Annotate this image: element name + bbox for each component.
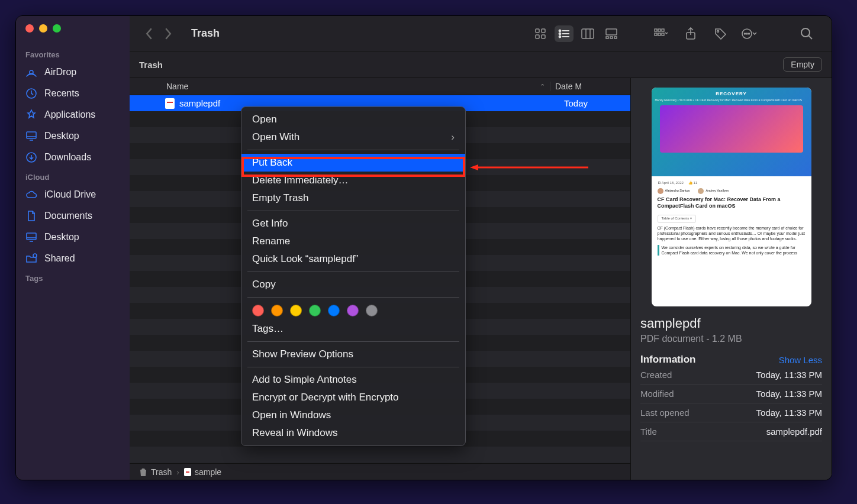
list-view-button[interactable] [555,25,574,42]
menu-item-get-info[interactable]: Get Info [241,215,465,232]
path-crumb-trash[interactable]: Trash [139,467,172,477]
sidebar-item-desktop[interactable]: Desktop [16,227,130,248]
preview-pane: RECOVERY Handy Recovery • SD Cards • CF … [630,78,832,480]
menu-item-label: Delete Immediately… [252,175,349,186]
forward-button[interactable] [162,25,175,42]
sidebar-item-shared[interactable]: Shared [16,248,130,269]
show-less-link[interactable]: Show Less [779,355,822,365]
info-value: Today, 11:33 PM [756,370,822,380]
document-icon [25,210,37,222]
info-row: CreatedToday, 11:33 PM [640,366,822,385]
info-row: ModifiedToday, 11:33 PM [640,385,822,403]
svg-rect-6 [27,233,36,240]
tag-color-dot[interactable] [290,305,302,316]
info-row: Titlesamplepdf.pdf [640,422,822,441]
sidebar-item-icloud-drive[interactable]: iCloud Drive [16,184,130,205]
path-crumb-file[interactable]: sample [184,467,221,477]
col-name[interactable]: Name [139,82,535,91]
more-actions-button[interactable] [740,25,759,42]
menu-item-label: Copy [252,279,276,290]
sidebar-item-label: Applications [44,109,95,120]
preview-thumbnail: RECOVERY Handy Recovery • SD Cards • CF … [652,88,811,306]
menu-item-label: Open [252,114,277,125]
svg-point-39 [801,28,810,37]
minimize-window-button[interactable] [39,24,47,33]
column-view-button[interactable] [578,25,597,42]
svg-rect-2 [27,132,36,138]
tag-color-dot[interactable] [328,305,340,316]
sidebar-item-documents[interactable]: Documents [16,205,130,227]
sidebar-item-label: iCloud Drive [44,189,96,200]
sidebar-item-label: Documents [44,211,92,221]
column-headers: Name ⌃ Date M [130,78,630,95]
group-by-button[interactable] [652,25,671,42]
menu-separator [247,272,459,272]
menu-item-empty-trash[interactable]: Empty Trash [241,189,465,207]
svg-rect-12 [536,35,539,38]
menu-item-reveal-in-windows[interactable]: Reveal in Windows [241,424,465,442]
empty-trash-button[interactable]: Empty [783,57,822,72]
svg-point-37 [746,33,748,34]
menu-item-label: Put Back [252,157,292,169]
menu-item-quick-look-samplepdf[interactable]: Quick Look “samplepdf” [241,250,465,268]
sidebar-section-label: Tags [16,272,130,285]
sidebar-item-label: Recents [44,88,79,99]
menu-item-label: Open in Windows [252,409,331,421]
col-date[interactable]: Date M [550,82,621,91]
tag-color-dot[interactable] [252,305,264,316]
menu-item-encrypt-or-decrypt-with-encrypto[interactable]: Encrypt or Decrypt with Encrypto [241,389,465,406]
tag-color-dot[interactable] [271,305,283,316]
menu-item-open-in-windows[interactable]: Open in Windows [241,406,465,424]
menu-separator [247,367,459,367]
info-key: Modified [640,389,674,399]
menu-item-label: Quick Look “samplepdf” [252,253,359,265]
file-name: samplepdf [179,98,220,108]
tag-color-dot[interactable] [366,305,378,316]
svg-point-18 [559,35,561,37]
sidebar-item-applications[interactable]: Applications [16,104,130,125]
share-button[interactable] [681,25,700,42]
svg-rect-23 [606,29,617,35]
tag-color-dot[interactable] [309,305,321,316]
menu-item-label: Encrypt or Decrypt with Encrypto [252,392,399,403]
svg-rect-13 [542,35,545,38]
menu-item-open-with[interactable]: Open With› [241,128,465,146]
sort-caret-icon[interactable]: ⌃ [535,83,550,91]
menu-item-put-back[interactable]: Put Back [241,154,465,172]
icon-view-button[interactable] [531,25,550,42]
search-button[interactable] [797,25,816,42]
info-value: Today, 11:33 PM [756,408,822,418]
file-icon [165,98,175,109]
close-window-button[interactable] [25,24,34,33]
menu-separator [247,150,459,150]
tag-color-dot[interactable] [347,305,359,316]
sidebar-item-desktop[interactable]: Desktop [16,125,130,147]
airdrop-icon [25,66,37,78]
info-key: Last opened [640,408,690,418]
svg-point-38 [749,33,750,34]
menu-item-tags[interactable]: Tags… [241,320,465,338]
menu-item-open[interactable]: Open [241,111,465,128]
back-button[interactable] [143,25,156,42]
info-value: Today, 11:33 PM [756,389,822,399]
menu-item-delete-immediately[interactable]: Delete Immediately… [241,172,465,189]
area-title: Trash [139,60,163,70]
sidebar-item-airdrop[interactable]: AirDrop [16,62,130,83]
gallery-view-button[interactable] [602,25,621,42]
file-date: Today [559,98,630,108]
sidebar-item-downloads[interactable]: Downloads [16,147,130,168]
svg-point-16 [559,33,561,34]
menu-item-show-preview-options[interactable]: Show Preview Options [241,345,465,363]
zoom-window-button[interactable] [53,24,61,33]
tags-button[interactable] [711,25,730,42]
sidebar-item-recents[interactable]: Recents [16,83,130,104]
menu-item-copy[interactable]: Copy [241,276,465,293]
svg-rect-24 [606,37,608,38]
menu-item-rename[interactable]: Rename [241,232,465,250]
menu-item-add-to-simple-antnotes[interactable]: Add to Simple Antnotes [241,371,465,389]
info-key: Created [640,370,672,380]
location-title: Trash [191,27,220,40]
menu-separator [247,297,459,298]
sidebar-item-label: Shared [44,253,75,264]
info-header: Information [640,354,696,366]
